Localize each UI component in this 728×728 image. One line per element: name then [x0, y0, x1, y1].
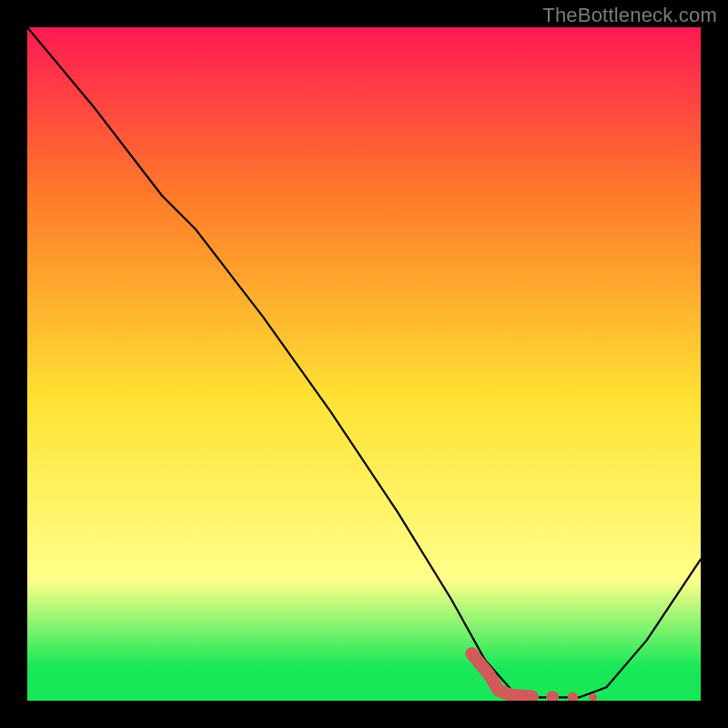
- bottleneck-chart: [27, 27, 701, 701]
- gradient-background: [27, 27, 701, 701]
- chart-frame: TheBottleneck.com: [0, 0, 728, 728]
- optimal-thick-segment-2: [512, 695, 532, 696]
- watermark-text: TheBottleneck.com: [542, 4, 717, 27]
- plot-area: [27, 27, 701, 701]
